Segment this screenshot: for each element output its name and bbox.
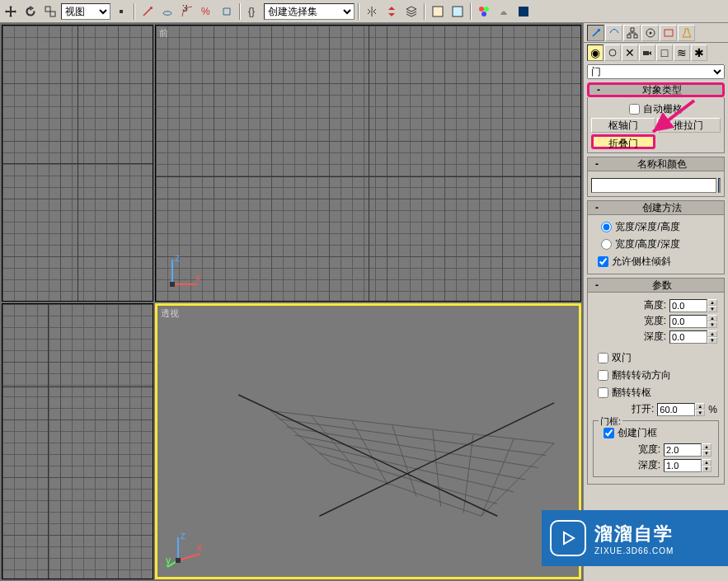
command-tabs [584, 23, 728, 43]
svg-line-24 [271, 410, 332, 463]
spinner-down-icon[interactable]: ▼ [707, 337, 717, 344]
svg-point-9 [484, 7, 489, 12]
svg-rect-43 [634, 35, 637, 38]
geometry-subtab-icon[interactable]: ◉ [587, 45, 604, 61]
lights-subtab-icon[interactable]: ✕ [622, 45, 638, 61]
scale-icon[interactable] [41, 2, 59, 21]
motion-tab-icon[interactable] [641, 25, 659, 41]
category-select[interactable]: 门 [587, 64, 725, 79]
create-tab-icon[interactable] [587, 25, 604, 41]
material-editor-icon[interactable] [475, 2, 493, 21]
spinner-up-icon[interactable]: ▲ [702, 459, 712, 466]
hierarchy-tab-icon[interactable] [623, 25, 641, 41]
angle-snap-icon[interactable]: 3 [178, 2, 196, 21]
wdh-radio[interactable] [601, 222, 612, 232]
creation-method-rollout-header[interactable]: - 创建方法 [587, 200, 725, 215]
systems-subtab-icon[interactable]: ✱ [691, 45, 707, 61]
manipulator-icon[interactable] [139, 2, 157, 21]
object-name-input[interactable] [591, 178, 716, 193]
spinner-up-icon[interactable]: ▲ [702, 443, 712, 450]
svg-line-28 [433, 430, 441, 506]
svg-text:x: x [195, 272, 200, 283]
layers-icon[interactable] [402, 2, 420, 21]
spinner-down-icon[interactable]: ▼ [707, 306, 717, 312]
command-panel: ◉ ✕ □ ≋ ✱ 门 - 对象类型 自动栅格 [583, 23, 728, 581]
auto-grid-checkbox[interactable] [629, 104, 640, 115]
viewport-front[interactable]: 前 z x [155, 25, 581, 302]
pivot-door-button[interactable]: 枢轴门 [591, 118, 655, 133]
spinner-snap-icon[interactable] [218, 2, 236, 21]
curve-editor-icon[interactable] [429, 2, 447, 21]
viewport-perspective[interactable]: 透视 [155, 303, 581, 580]
watermark-title: 溜溜自学 [594, 522, 674, 546]
create-frame-checkbox[interactable] [604, 428, 614, 438]
svg-point-47 [609, 49, 616, 56]
flip-hinge-checkbox[interactable] [598, 387, 608, 398]
mirror-icon[interactable] [363, 2, 381, 21]
frame-group: 门框: 创建门框 宽度: ▲▼ 深度: ▲▼ [593, 420, 719, 477]
helpers-subtab-icon[interactable]: □ [656, 45, 673, 61]
object-type-rollout-header[interactable]: - 对象类型 [587, 82, 725, 97]
sliding-door-button[interactable]: 推拉门 [657, 118, 721, 133]
spinner-down-icon[interactable]: ▼ [707, 321, 717, 328]
watermark-logo-icon [550, 520, 586, 556]
collapse-icon: - [591, 279, 603, 291]
svg-line-30 [481, 438, 514, 515]
named-selection-icon[interactable]: {} [244, 2, 262, 21]
spinner-up-icon[interactable]: ▲ [707, 315, 717, 321]
svg-line-23 [332, 463, 482, 516]
double-doors-checkbox[interactable] [598, 353, 608, 363]
whd-radio[interactable] [601, 239, 612, 250]
svg-line-26 [352, 420, 388, 485]
svg-text:3: 3 [182, 5, 188, 14]
render-setup-icon[interactable] [495, 2, 513, 21]
viewport-bottom-left[interactable] [2, 303, 153, 580]
modify-tab-icon[interactable] [605, 25, 622, 41]
percent-snap-icon[interactable]: % [198, 2, 216, 21]
svg-point-8 [479, 7, 484, 12]
depth-input[interactable] [669, 330, 707, 344]
collapse-icon: - [591, 158, 603, 170]
snap-3d-icon[interactable] [158, 2, 176, 21]
spinner-down-icon[interactable]: ▼ [702, 450, 712, 457]
pivot-icon[interactable] [112, 2, 130, 21]
parameters-rollout-header[interactable]: - 参数 [587, 278, 725, 293]
spinner-up-icon[interactable]: ▲ [707, 330, 717, 337]
svg-text:x: x [197, 541, 202, 553]
spinner-up-icon[interactable]: ▲ [707, 299, 717, 306]
collapse-icon: - [591, 202, 603, 213]
render-icon[interactable] [514, 2, 533, 21]
svg-text:y: y [166, 555, 171, 566]
viewport-top-left[interactable] [2, 25, 153, 302]
utilities-tab-icon[interactable] [678, 25, 695, 41]
svg-rect-7 [453, 7, 463, 16]
cameras-subtab-icon[interactable] [639, 45, 655, 61]
spinner-down-icon[interactable]: ▼ [695, 410, 705, 416]
display-tab-icon[interactable] [660, 25, 677, 41]
height-input[interactable] [669, 299, 707, 312]
spinner-up-icon[interactable]: ▲ [695, 403, 705, 410]
allow-tilt-checkbox[interactable] [598, 256, 608, 267]
svg-rect-48 [643, 51, 649, 55]
shapes-subtab-icon[interactable] [604, 45, 621, 61]
reference-coord-select[interactable]: 视图 [61, 3, 110, 20]
bifold-door-button[interactable]: 折叠门 [591, 134, 655, 149]
align-icon[interactable] [383, 2, 401, 21]
width-input[interactable] [669, 315, 707, 328]
spinner-down-icon[interactable]: ▼ [702, 466, 712, 472]
svg-point-10 [481, 12, 486, 16]
spacewarps-subtab-icon[interactable]: ≋ [674, 45, 690, 61]
named-selection-select[interactable]: 创建选择集 [264, 3, 355, 20]
flip-swing-checkbox[interactable] [598, 370, 608, 381]
open-input[interactable] [657, 403, 695, 416]
move-icon[interactable] [2, 2, 20, 21]
name-color-rollout-header[interactable]: - 名称和颜色 [587, 157, 725, 171]
create-subtabs: ◉ ✕ □ ≋ ✱ [584, 43, 728, 63]
rotate-icon[interactable] [21, 2, 40, 21]
frame-width-input[interactable] [664, 443, 702, 457]
schematic-icon[interactable] [449, 2, 467, 21]
frame-depth-input[interactable] [664, 459, 702, 472]
svg-rect-16 [170, 282, 175, 287]
svg-point-45 [649, 32, 651, 35]
object-color-swatch[interactable] [718, 178, 721, 193]
